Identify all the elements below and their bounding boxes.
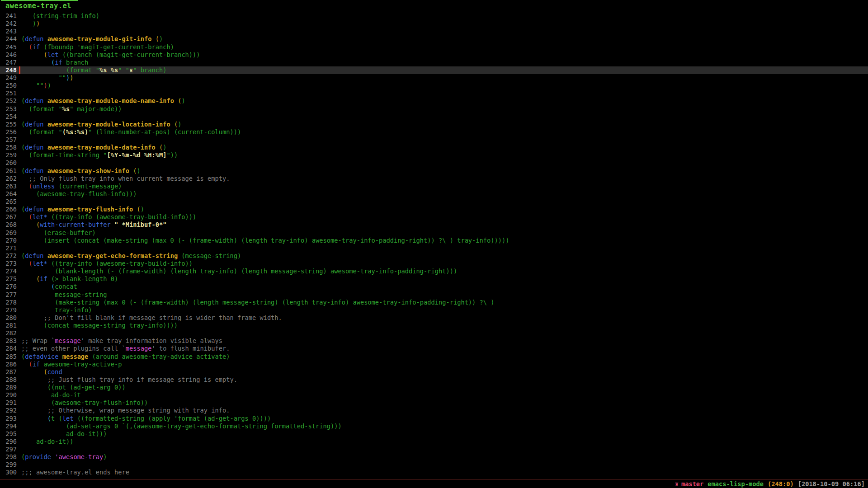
- line-number: 282: [0, 329, 17, 337]
- code-line[interactable]: 246 (let ((branch (magit-get-current-bra…: [0, 51, 868, 59]
- line-number: 295: [0, 430, 17, 438]
- code-line[interactable]: 269 (erase-buffer): [0, 229, 868, 237]
- code-line[interactable]: 249 "")): [0, 74, 868, 82]
- git-branch-label: master: [681, 480, 703, 488]
- code-line[interactable]: 285(defadvice message (around awesome-tr…: [0, 353, 868, 361]
- line-number: 290: [0, 391, 17, 399]
- code-line[interactable]: 297: [0, 446, 868, 453]
- code-line-current[interactable]: 248 (format "%s %s" "♜" branch): [0, 66, 868, 74]
- line-number: 294: [0, 422, 17, 430]
- buffer-tab[interactable]: awesome-tray.el: [5, 2, 71, 10]
- line-number: 245: [0, 43, 17, 51]
- code-line[interactable]: 295 ad-do-it))): [0, 430, 868, 438]
- code-line[interactable]: 244(defun awesome-tray-module-git-info (…: [0, 35, 868, 43]
- code-line[interactable]: 270 (insert (concat (make-string (max 0 …: [0, 237, 868, 244]
- code-line[interactable]: 271: [0, 244, 868, 252]
- line-content: (defun awesome-tray-module-date-info (): [21, 144, 166, 151]
- line-content: tray-info): [21, 306, 92, 314]
- code-line[interactable]: 277 message-string: [0, 291, 868, 299]
- code-line[interactable]: 275 (if (> blank-length 0): [0, 275, 868, 283]
- line-number: 299: [0, 461, 17, 469]
- code-line[interactable]: 258(defun awesome-tray-module-date-info …: [0, 144, 868, 151]
- line-content: ad-do-it)): [21, 438, 73, 446]
- editor-buffer[interactable]: 241 (string-trim info)242 ))243244(defun…: [0, 12, 868, 477]
- code-line[interactable]: 261(defun awesome-tray-show-info (): [0, 167, 868, 175]
- line-number: 247: [0, 59, 17, 66]
- code-line[interactable]: 284;; even other plugins call `message' …: [0, 345, 868, 352]
- line-content: (format "%s %s" "♜" branch): [21, 66, 166, 74]
- code-line[interactable]: 241 (string-trim info): [0, 12, 868, 20]
- code-line[interactable]: 299: [0, 461, 868, 469]
- code-line[interactable]: 266(defun awesome-tray-flush-info (): [0, 206, 868, 213]
- code-line[interactable]: 274 (blank-length (- (frame-width) (leng…: [0, 267, 868, 275]
- line-content: ;;; awesome-tray.el ends here: [21, 469, 129, 476]
- code-line[interactable]: 279 tray-info): [0, 306, 868, 314]
- code-line[interactable]: 263 (unless (current-message): [0, 183, 868, 190]
- code-line[interactable]: 268 (with-current-buffer " *Minibuf-0*": [0, 221, 868, 229]
- code-line[interactable]: 293 (t (let ((formatted-string (apply 'f…: [0, 415, 868, 422]
- code-line[interactable]: 282: [0, 329, 868, 337]
- code-line[interactable]: 242 )): [0, 20, 868, 28]
- line-content: (defun awesome-tray-module-mode-name-inf…: [21, 97, 185, 105]
- code-line[interactable]: 290 ad-do-it: [0, 391, 868, 399]
- code-line[interactable]: 251: [0, 89, 868, 97]
- major-mode-label: emacs-lisp-mode: [708, 480, 764, 488]
- line-number: 293: [0, 415, 17, 422]
- code-line[interactable]: 288 ;; Just flush tray info if message s…: [0, 376, 868, 384]
- git-branch-icon: ♜: [675, 480, 679, 488]
- code-line[interactable]: 272(defun awesome-tray-get-echo-format-s…: [0, 252, 868, 260]
- line-content: (awesome-tray-flush-info))): [21, 190, 137, 198]
- code-line[interactable]: 281 (concat message-string tray-info)))): [0, 322, 868, 329]
- line-number: 266: [0, 206, 17, 213]
- code-line[interactable]: 287 (cond: [0, 368, 868, 376]
- line-number: 289: [0, 384, 17, 391]
- code-line[interactable]: 286 (if awesome-tray-active-p: [0, 361, 868, 368]
- emacs-frame: awesome-tray.el 241 (string-trim info)24…: [0, 0, 868, 488]
- line-number: 264: [0, 190, 17, 198]
- code-line[interactable]: 262 ;; Only flush tray info when current…: [0, 175, 868, 183]
- code-line[interactable]: 264 (awesome-tray-flush-info))): [0, 190, 868, 198]
- line-content: (format "(%s:%s)" (line-number-at-pos) (…: [21, 128, 241, 136]
- line-content: (format-time-string "[%Y-%m-%d %H:%M]")): [21, 151, 178, 159]
- line-content: ad-do-it: [21, 391, 81, 399]
- code-line[interactable]: 260: [0, 159, 868, 167]
- code-line[interactable]: 257: [0, 136, 868, 144]
- code-line[interactable]: 289 ((not (ad-get-arg 0)): [0, 384, 868, 391]
- code-line[interactable]: 296 ad-do-it)): [0, 438, 868, 446]
- code-line[interactable]: 265: [0, 198, 868, 206]
- code-line[interactable]: 252(defun awesome-tray-module-mode-name-…: [0, 97, 868, 105]
- line-number: 283: [0, 337, 17, 345]
- code-line[interactable]: 278 (make-string (max 0 (- (frame-width)…: [0, 299, 868, 306]
- code-line[interactable]: 253 (format "%s" major-mode)): [0, 105, 868, 113]
- code-line[interactable]: 298(provide 'awesome-tray): [0, 453, 868, 461]
- active-tab-indicator: [1, 0, 78, 1]
- code-line[interactable]: 276 (concat: [0, 283, 868, 291]
- code-line[interactable]: 256 (format "(%s:%s)" (line-number-at-po…: [0, 128, 868, 136]
- code-line[interactable]: 255(defun awesome-tray-module-location-i…: [0, 121, 868, 128]
- code-line[interactable]: 291 (awesome-tray-flush-info)): [0, 399, 868, 407]
- code-line[interactable]: 247 (if branch: [0, 59, 868, 66]
- line-content: (format "%s" major-mode)): [21, 105, 122, 113]
- code-line[interactable]: 294 (ad-set-args 0 `(,(awesome-tray-get-…: [0, 422, 868, 430]
- code-line[interactable]: 267 (let* ((tray-info (awesome-tray-buil…: [0, 213, 868, 221]
- line-number: 251: [0, 89, 17, 97]
- code-line[interactable]: 273 (let* ((tray-info (awesome-tray-buil…: [0, 260, 868, 267]
- code-line[interactable]: 259 (format-time-string "[%Y-%m-%d %H:%M…: [0, 151, 868, 159]
- line-content: (provide 'awesome-tray): [21, 453, 107, 461]
- code-line[interactable]: 250 "")): [0, 82, 868, 89]
- code-line[interactable]: 283;; Wrap `message' make tray informati…: [0, 337, 868, 345]
- line-number: 270: [0, 237, 17, 244]
- line-content: (if branch: [21, 59, 88, 66]
- code-line[interactable]: 243: [0, 28, 868, 35]
- line-number: 276: [0, 283, 17, 291]
- code-line[interactable]: 292 ;; Otherwise, wrap message string wi…: [0, 407, 868, 414]
- code-line[interactable]: 254: [0, 113, 868, 121]
- code-line[interactable]: 245 (if (fboundp 'magit-get-current-bran…: [0, 43, 868, 51]
- line-number: 242: [0, 20, 17, 28]
- line-number: 259: [0, 151, 17, 159]
- line-number: 261: [0, 167, 17, 175]
- line-content: (let* ((tray-info (awesome-tray-build-in…: [21, 260, 193, 267]
- code-line[interactable]: 280 ;; Don't fill blank if message strin…: [0, 314, 868, 322]
- line-number: 250: [0, 82, 17, 89]
- code-line[interactable]: 300;;; awesome-tray.el ends here: [0, 469, 868, 476]
